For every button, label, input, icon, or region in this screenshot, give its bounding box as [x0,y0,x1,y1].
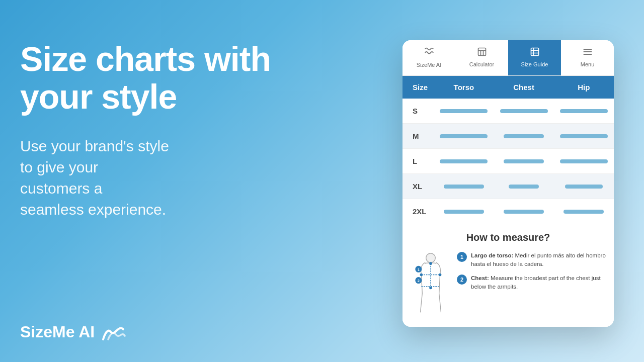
tab-size-guide-label: Size Guide [521,61,548,67]
col-hip: Hip [554,76,614,99]
measure-num-1: 1 [457,252,467,262]
widget-container: SizeMe AI Calculator [403,40,614,327]
cell-torso [434,99,494,124]
cell-hip [554,149,614,174]
logo-area: SizeMe AI [20,322,126,342]
measure-item-1: 1 Largo de torso: Medir el punto más alt… [457,251,606,269]
svg-point-11 [426,253,436,263]
svg-text:1: 1 [418,267,420,272]
logo-icon [101,322,126,342]
size-guide-icon [530,47,540,59]
tab-menu[interactable]: Menu [561,40,614,75]
measure-title: How to measure? [411,232,606,243]
cell-hip [554,174,614,199]
measure-content: 1 2 1 Largo de torso: Medir el punto más… [411,251,606,319]
tab-sizeme-ai-label: SizeMe AI [417,62,442,68]
logo-text: SizeMe AI [20,323,95,341]
tab-calculator-label: Calculator [469,61,495,67]
calculator-icon [477,47,487,59]
tab-menu-label: Menu [581,61,595,67]
left-section: Size charts with your style Use your bra… [20,40,282,220]
table-row: XL [403,174,614,199]
cell-chest [494,199,553,222]
menu-icon [583,47,593,59]
subtext-line2: to give your [20,159,98,175]
size-table: Size Torso Chest Hip SMLXL2XL [403,76,614,222]
cell-hip [554,199,614,222]
table-row: M [403,124,614,149]
cell-chest [494,124,553,149]
cell-torso [434,174,494,199]
subtext: Use your brand's style to give your cust… [20,136,282,220]
subtext-line3: customers a [20,180,102,197]
cell-size: 2XL [403,199,434,222]
cell-chest [494,99,553,124]
measure-text-1: Largo de torso: Medir el punto más alto … [471,251,606,269]
cell-size: S [403,99,434,124]
body-figure: 1 2 [411,251,451,319]
svg-text:2: 2 [418,279,420,283]
measure-section: How to measure? [403,222,614,327]
headline: Size charts with your style [20,40,282,116]
table-header-row: Size Torso Chest Hip [403,76,614,99]
headline-line1: Size charts with [20,40,271,78]
col-torso: Torso [434,76,494,99]
subtext-line4: seamless experience. [20,201,166,218]
cell-size: M [403,124,434,149]
cell-torso [434,149,494,174]
tab-sizeme-ai[interactable]: SizeMe AI [403,40,455,75]
measure-item-2: 2 Chest: Measure the broadest part of th… [457,274,606,292]
table-row: L [403,149,614,174]
svg-point-17 [420,274,423,277]
svg-point-15 [429,262,432,265]
svg-rect-4 [531,48,538,56]
svg-point-16 [429,287,432,290]
measure-items: 1 Largo de torso: Medir el punto más alt… [457,251,606,319]
headline-line2: your style [20,77,177,116]
table-row: S [403,99,614,124]
cell-size: XL [403,174,434,199]
col-chest: Chest [494,76,553,99]
cell-torso [434,124,494,149]
tab-bar: SizeMe AI Calculator [403,40,614,76]
cell-hip [554,124,614,149]
sizeme-ai-icon [424,46,435,60]
cell-chest [494,174,553,199]
cell-size: L [403,149,434,174]
measure-text-2: Chest: Measure the broadest part of the … [471,274,606,292]
tab-calculator[interactable]: Calculator [455,40,508,75]
cell-hip [554,99,614,124]
tab-size-guide[interactable]: Size Guide [508,40,561,75]
table-row: 2XL [403,199,614,222]
svg-rect-0 [478,48,486,56]
measure-num-2: 2 [457,275,467,285]
subtext-line1: Use your brand's style [20,138,169,154]
svg-point-18 [439,274,442,277]
cell-chest [494,149,553,174]
size-table-section: Size Torso Chest Hip SMLXL2XL [403,76,614,222]
col-size: Size [403,76,434,99]
cell-torso [434,199,494,222]
